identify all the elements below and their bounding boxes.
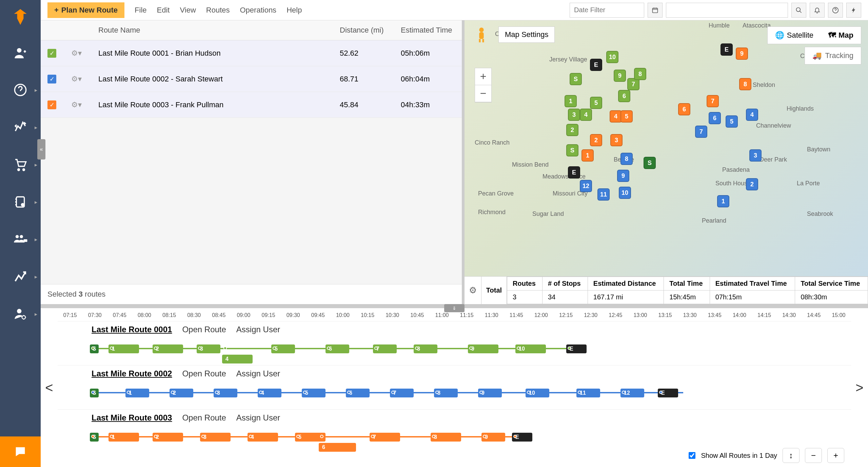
gear-icon[interactable]: ⚙▾ [71,49,82,57]
menu-routes[interactable]: Routes [206,6,230,15]
map-marker[interactable]: 2 [566,124,578,136]
gear-icon[interactable]: ⚙▾ [71,75,82,83]
route-checkbox[interactable]: ✓ [47,49,56,58]
date-filter-input[interactable] [570,3,644,18]
map-marker[interactable]: E [568,166,580,179]
map-marker[interactable]: S [644,157,656,169]
map-marker[interactable]: 8 [620,153,633,165]
map-marker[interactable]: 7 [707,95,719,107]
zoom-control: + − [475,68,492,102]
timeline-stop[interactable]: 6 [319,443,356,452]
menu-file[interactable]: File [135,6,146,15]
map-marker[interactable]: 7 [695,126,707,138]
plan-new-route-button[interactable]: Plan New Route [47,2,124,18]
map-marker[interactable]: 6 [618,90,630,102]
map-marker[interactable]: 9 [614,70,626,82]
assign-user-link[interactable]: Assign User [236,369,280,378]
route-checkbox[interactable]: ✓ [47,100,56,109]
map-toggle-btn[interactable]: 🗺Map [821,27,861,44]
map-marker[interactable]: 3 [568,109,580,121]
map-marker[interactable]: 2 [746,178,758,190]
map-marker[interactable]: 10 [619,187,631,199]
map-marker[interactable]: 11 [597,188,610,201]
map-marker[interactable]: 8 [634,68,646,80]
map-marker[interactable]: 4 [610,110,622,123]
col-route-name[interactable]: Route Name [92,20,333,40]
map-marker[interactable]: 6 [709,112,721,124]
map-marker[interactable]: 10 [606,51,618,63]
tracking-button[interactable]: 🚚Tracking [805,47,861,64]
map-settings-button[interactable]: Map Settings [498,26,555,43]
map-marker[interactable]: 1 [581,149,594,162]
timeline-zoom-in[interactable]: + [827,448,844,463]
map-marker[interactable]: 8 [739,78,751,90]
map-marker[interactable]: 4 [580,109,592,121]
vertical-split-handle[interactable]: « [37,139,45,160]
route-checkbox[interactable]: ✓ [47,75,56,83]
timeline-fit-button[interactable]: ↕ [783,448,800,463]
table-row[interactable]: ✓ ⚙▾ Last Mile Route 0003 - Frank Pullma… [41,92,462,118]
sidebar-addressbook[interactable]: ▸ [0,183,41,221]
table-row[interactable]: ✓ ⚙▾ Last Mile Route 0001 - Brian Hudson… [41,40,462,66]
sidebar-analytics[interactable]: ▸ [0,258,41,295]
open-route-link[interactable]: Open Route [182,369,226,378]
bell-icon[interactable] [810,3,825,18]
map-marker[interactable]: E [590,59,602,71]
sidebar-orders[interactable]: ▸ [0,146,41,183]
pegman-icon[interactable] [475,26,488,46]
satellite-toggle[interactable]: 🌐Satellite [768,27,821,44]
map-marker[interactable]: 5 [590,97,602,109]
map-marker[interactable]: 12 [580,180,592,192]
timeline-route-title[interactable]: Last Mile Route 0001 [92,325,172,334]
map-marker[interactable]: 1 [565,95,577,107]
show-all-checkbox[interactable] [689,452,695,459]
map-marker[interactable]: 2 [590,134,602,146]
menu-edit[interactable]: Edit [157,6,170,15]
zoom-in-button[interactable]: + [475,68,491,85]
timeline-route-title[interactable]: Last Mile Route 0003 [92,413,172,423]
map-marker[interactable]: 3 [610,134,623,146]
map-marker[interactable]: 5 [620,110,633,123]
sidebar-add-user[interactable] [0,34,41,71]
map-marker[interactable]: E [721,43,733,56]
sidebar-optimize[interactable]: ▸ [0,109,41,146]
map-marker[interactable]: S [566,144,578,156]
menu-help[interactable]: Help [287,6,302,15]
search-input[interactable] [666,3,788,18]
map-marker[interactable]: 1 [717,195,729,207]
table-row[interactable]: ✓ ⚙▾ Last Mile Route 0002 - Sarah Stewar… [41,66,462,92]
col-eta[interactable]: Estimated Time [394,20,462,40]
calendar-icon[interactable] [648,3,663,18]
map-marker[interactable]: 5 [726,115,738,128]
map-marker[interactable]: 9 [736,48,748,60]
sidebar-help[interactable]: ▸ [0,71,41,109]
open-route-link[interactable]: Open Route [182,325,226,334]
map[interactable]: CypressJersey VillageHumbleAtascocitaShe… [465,20,868,276]
timeline-zoom-out[interactable]: − [805,448,822,463]
timeline-next[interactable]: > [851,308,868,467]
open-route-link[interactable]: Open Route [182,413,226,423]
map-marker[interactable]: S [570,73,582,85]
map-marker[interactable]: 9 [617,170,629,182]
menu-view[interactable]: View [180,6,196,15]
sidebar-chat[interactable] [0,436,41,467]
assign-user-link[interactable]: Assign User [236,413,280,423]
search-icon[interactable] [791,3,806,18]
map-marker[interactable]: 3 [749,149,762,162]
timeline-tick: 14:00 [727,312,752,318]
timeline-route-title[interactable]: Last Mile Route 0002 [92,369,172,378]
timeline-stop[interactable]: 4 [222,355,253,363]
help-icon[interactable] [828,3,843,18]
sidebar-team[interactable]: ▸ [0,221,41,258]
map-marker[interactable]: 4 [746,109,758,121]
assign-user-link[interactable]: Assign User [236,325,280,334]
menu-operations[interactable]: Operations [240,6,277,15]
sidebar-user-settings[interactable]: ▸ [0,295,41,333]
totals-gear-icon[interactable]: ⚙ [465,277,481,304]
zoom-out-button[interactable]: − [475,85,491,102]
bolt-icon[interactable] [846,3,861,18]
gear-icon[interactable]: ⚙▾ [71,100,82,109]
col-distance[interactable]: Distance (mi) [333,20,394,40]
timeline-prev[interactable]: < [41,308,58,467]
map-marker[interactable]: 6 [678,103,690,115]
